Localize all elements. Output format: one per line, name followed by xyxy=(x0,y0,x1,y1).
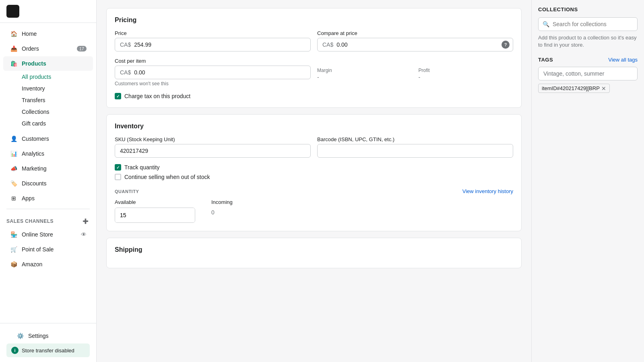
continue-selling-label: Continue selling when out of stock xyxy=(124,174,210,180)
store-transfer-notice: i Store transfer disabled xyxy=(6,343,90,357)
available-input-wrap: ▲ ▼ xyxy=(115,208,195,223)
sku-label: SKU (Stock Keeping Unit) xyxy=(115,136,311,142)
products-icon: 🛍️ xyxy=(10,60,18,68)
cost-prefix: CA$ xyxy=(115,66,134,79)
sidebar-item-amazon[interactable]: 📦 Amazon xyxy=(3,257,93,272)
price-compare-row: Price CA$ Compare at price CA$ ? xyxy=(115,30,513,51)
tags-input[interactable] xyxy=(538,67,638,80)
sidebar-item-amazon-label: Amazon xyxy=(22,261,42,267)
track-qty-checkbox[interactable] xyxy=(115,164,121,171)
price-label: Price xyxy=(115,30,311,36)
top-fade xyxy=(106,0,522,8)
subnav-transfers[interactable]: Transfers xyxy=(3,95,93,106)
inventory-card: Inventory SKU (Stock Keeping Unit) Barco… xyxy=(106,114,522,231)
continue-selling-checkbox[interactable] xyxy=(115,174,121,180)
sidebar-item-apps[interactable]: ⊞ Apps xyxy=(3,191,93,206)
quantity-header: QUANTITY View inventory history xyxy=(115,188,513,194)
incoming-value: 0 xyxy=(211,209,233,216)
price-input[interactable] xyxy=(134,38,310,51)
available-label: Available xyxy=(115,199,195,205)
tax-checkbox-row[interactable]: Charge tax on this product xyxy=(115,93,513,99)
sidebar-item-settings[interactable]: ⚙️ Settings xyxy=(10,329,87,343)
subnav-inventory[interactable]: Inventory xyxy=(3,83,93,94)
sidebar-item-analytics[interactable]: 📊 Analytics xyxy=(3,146,93,161)
sidebar-item-orders-label: Orders xyxy=(22,45,39,52)
compare-help-icon[interactable]: ? xyxy=(502,41,510,49)
tag-remove-button[interactable]: ✕ xyxy=(601,86,606,91)
pos-icon: 🛒 xyxy=(10,245,18,253)
subnav-collections[interactable]: Collections xyxy=(3,106,93,117)
incoming-label: Incoming xyxy=(211,199,233,205)
customers-icon: 👤 xyxy=(10,135,18,143)
add-sales-channel-button[interactable]: ➕ xyxy=(82,217,90,225)
nav-separator xyxy=(6,209,90,209)
incoming-col: Incoming 0 xyxy=(211,199,233,216)
sidebar-item-home-label: Home xyxy=(22,31,37,37)
barcode-group: Barcode (ISBN, UPC, GTIN, etc.) xyxy=(317,136,513,158)
view-all-tags-link[interactable]: View all tags xyxy=(608,57,638,63)
compare-prefix: CA$ xyxy=(318,38,336,51)
available-input[interactable] xyxy=(115,208,195,222)
cost-input-wrapper: CA$ xyxy=(115,66,311,79)
track-qty-row[interactable]: Track quantity xyxy=(115,164,513,171)
home-icon: 🏠 xyxy=(10,30,18,38)
price-prefix: CA$ xyxy=(115,38,134,51)
tax-checkbox[interactable] xyxy=(115,93,121,99)
continue-selling-row[interactable]: Continue selling when out of stock xyxy=(115,174,513,180)
profit-value: - xyxy=(419,74,514,80)
subnav-gift-cards[interactable]: Gift cards xyxy=(3,118,93,129)
margin-profit-row: Margin - Profit - xyxy=(317,68,513,80)
quantity-row: Available ▲ ▼ Incoming 0 xyxy=(115,199,513,223)
tags-section: TAGS View all tags itemID#420217429][BRP… xyxy=(538,57,638,93)
sidebar-item-settings-label: Settings xyxy=(28,333,49,339)
track-qty-label: Track quantity xyxy=(124,164,159,171)
subnav-all-products[interactable]: All products xyxy=(3,71,93,82)
barcode-input[interactable] xyxy=(318,144,513,157)
sku-barcode-row: SKU (Stock Keeping Unit) Barcode (ISBN, … xyxy=(115,136,513,158)
tag-chip-label: itemID#420217429][BRP xyxy=(542,85,600,91)
view-history-link[interactable]: View inventory history xyxy=(462,188,513,194)
sku-input[interactable] xyxy=(115,144,310,157)
collections-search-input[interactable] xyxy=(553,21,633,27)
discounts-icon: 🏷️ xyxy=(10,179,18,187)
sidebar-navigation: 🏠 Home 📥 Orders 17 🛍️ Products All produ… xyxy=(0,23,96,323)
collections-hint: Add this product to a collection so it's… xyxy=(538,34,638,49)
quantity-section: QUANTITY View inventory history Availabl… xyxy=(115,188,513,223)
sales-channels-section: SALES CHANNELS ➕ xyxy=(0,212,96,227)
amazon-icon: 📦 xyxy=(10,260,18,268)
tags-title: TAGS xyxy=(538,57,553,63)
cost-group: Cost per item CA$ Customers won't see th… xyxy=(115,58,311,86)
right-panel: COLLECTIONS 🔍 Add this product to a coll… xyxy=(531,0,644,362)
sidebar-item-orders[interactable]: 📥 Orders 17 xyxy=(3,41,93,56)
online-store-eye-icon[interactable]: 👁 xyxy=(81,231,87,238)
sidebar-item-customers[interactable]: 👤 Customers xyxy=(3,132,93,146)
margin-profit-group: Margin - Profit - xyxy=(317,58,513,86)
sidebar-item-products[interactable]: 🛍️ Products xyxy=(3,56,93,71)
sidebar-item-online-store[interactable]: 🏪 Online Store 👁 xyxy=(3,227,93,242)
sidebar-item-discounts-label: Discounts xyxy=(22,180,46,187)
info-icon: i xyxy=(11,347,19,354)
sidebar-item-discounts[interactable]: 🏷️ Discounts xyxy=(3,176,93,191)
sidebar-item-customers-label: Customers xyxy=(22,136,49,142)
cost-label: Cost per item xyxy=(115,58,311,64)
pricing-title: Pricing xyxy=(115,16,513,24)
sidebar-item-online-store-label: Online Store xyxy=(22,231,53,238)
cost-input[interactable] xyxy=(134,66,310,79)
sales-channels-label: SALES CHANNELS xyxy=(6,218,54,224)
sidebar-item-pos-label: Point of Sale xyxy=(22,246,54,253)
sidebar-bottom: ⚙️ Settings i Store transfer disabled xyxy=(0,323,96,362)
sku-group: SKU (Stock Keeping Unit) xyxy=(115,136,311,158)
collections-title: COLLECTIONS xyxy=(538,6,638,12)
sidebar-item-products-label: Products xyxy=(22,60,46,67)
sidebar-item-marketing-label: Marketing xyxy=(22,165,46,172)
compare-input[interactable] xyxy=(336,38,502,51)
sidebar-item-marketing[interactable]: 📣 Marketing xyxy=(3,161,93,176)
sidebar: 🏠 Home 📥 Orders 17 🛍️ Products All produ… xyxy=(0,0,97,362)
margin-value: - xyxy=(317,74,412,80)
orders-icon: 📥 xyxy=(10,45,18,53)
profit-label: Profit xyxy=(419,68,514,73)
online-store-icon: 🏪 xyxy=(10,230,18,239)
margin-label: Margin xyxy=(317,68,412,73)
sidebar-item-home[interactable]: 🏠 Home xyxy=(3,27,93,41)
sidebar-item-pos[interactable]: 🛒 Point of Sale xyxy=(3,242,93,257)
